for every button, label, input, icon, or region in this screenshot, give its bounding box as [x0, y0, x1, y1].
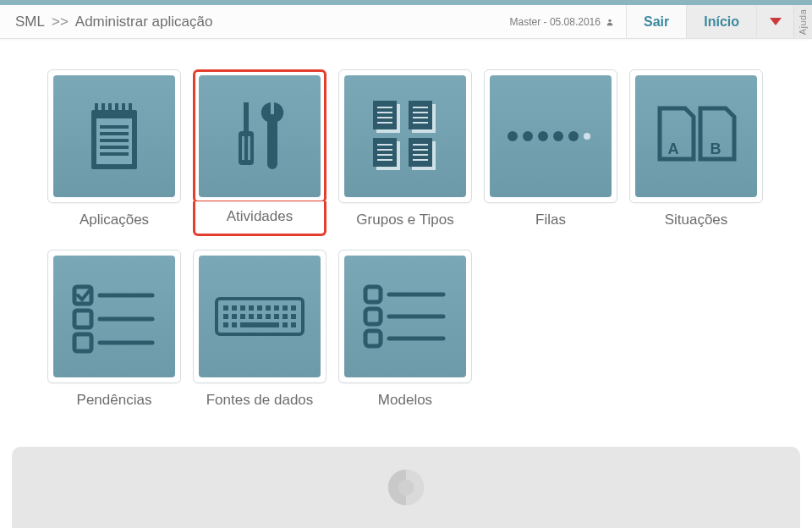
user-info-text: Master - 05.08.2016 [510, 16, 601, 28]
tile-pendencias[interactable]: Pendências [47, 250, 181, 409]
svg-rect-37 [409, 138, 432, 167]
user-info: Master - 05.08.2016 [498, 5, 626, 38]
tile-situacoes[interactable]: A B Situações [629, 69, 763, 238]
tile-grupos-label: Grupos e Tipos [338, 212, 472, 228]
svg-rect-61 [257, 305, 262, 311]
svg-point-42 [508, 131, 518, 141]
svg-rect-58 [232, 305, 237, 311]
svg-point-44 [538, 131, 548, 141]
svg-text:B: B [710, 140, 721, 157]
svg-rect-67 [232, 314, 237, 319]
svg-rect-59 [240, 305, 245, 311]
tile-aplicacoes[interactable]: Aplicações [47, 69, 181, 238]
svg-rect-66 [223, 314, 228, 319]
svg-rect-69 [249, 314, 254, 319]
breadcrumb: SML >> Administrar aplicação [15, 14, 212, 30]
tile-atividades[interactable]: Atividades [193, 69, 326, 238]
breadcrumb-root[interactable]: SML [15, 14, 45, 30]
tile-filas[interactable]: Filas [484, 69, 617, 238]
tile-filas-label: Filas [484, 212, 617, 228]
svg-rect-74 [291, 314, 296, 319]
svg-rect-17 [248, 136, 250, 160]
list-boxes-icon [359, 278, 452, 355]
svg-rect-72 [274, 314, 279, 319]
help-label: Ajuda [798, 8, 809, 35]
tile-pendencias-label: Pendências [47, 392, 181, 409]
content-area: Aplicações Atividades [0, 39, 812, 409]
svg-rect-57 [223, 305, 228, 311]
tile-grupos[interactable]: Grupos e Tipos [338, 69, 472, 238]
svg-rect-8 [95, 103, 98, 113]
svg-rect-82 [365, 309, 381, 324]
svg-point-47 [584, 133, 590, 140]
footer-bar [12, 447, 800, 528]
svg-point-46 [568, 131, 579, 141]
svg-rect-25 [409, 101, 432, 129]
svg-rect-11 [115, 103, 118, 113]
svg-rect-13 [129, 103, 132, 113]
footer-logo-icon [387, 468, 425, 507]
svg-rect-77 [240, 322, 279, 327]
checklist-icon [68, 278, 161, 355]
svg-rect-64 [283, 305, 288, 311]
svg-rect-79 [291, 322, 296, 327]
help-tab[interactable]: Ajuda [793, 5, 812, 38]
svg-rect-68 [240, 314, 245, 319]
header-bar: SML >> Administrar aplicação Master - 05… [0, 5, 812, 39]
svg-rect-76 [232, 322, 237, 327]
logout-button[interactable]: Sair [626, 5, 686, 38]
user-icon [606, 18, 614, 26]
tile-grid: Aplicações Atividades [47, 69, 765, 409]
tile-fontes[interactable]: Fontes de dados [193, 250, 326, 409]
svg-rect-75 [223, 322, 228, 327]
svg-rect-70 [257, 314, 262, 319]
svg-point-43 [523, 131, 533, 141]
tile-atividades-label: Atividades [193, 201, 326, 236]
svg-point-45 [553, 131, 563, 141]
notepad-icon [85, 98, 144, 174]
svg-rect-80 [365, 287, 381, 302]
home-button[interactable]: Início [686, 5, 756, 38]
menu-caret-button[interactable] [756, 5, 793, 38]
svg-rect-84 [365, 331, 381, 346]
svg-rect-16 [242, 136, 244, 160]
tile-modelos-label: Modelos [338, 392, 472, 409]
documents-grid-icon [363, 94, 447, 179]
logout-label: Sair [644, 14, 669, 30]
svg-rect-15 [239, 131, 254, 165]
svg-rect-73 [283, 314, 288, 319]
breadcrumb-separator: >> [52, 14, 69, 30]
svg-rect-12 [122, 103, 125, 113]
svg-text:A: A [668, 140, 679, 157]
svg-rect-63 [274, 305, 279, 311]
svg-rect-71 [266, 314, 271, 319]
caret-down-icon [770, 18, 782, 25]
header-right: Master - 05.08.2016 Sair Início Ajuda [498, 5, 812, 38]
svg-rect-14 [244, 102, 249, 131]
queue-dots-icon [504, 128, 597, 145]
svg-rect-60 [249, 305, 254, 311]
svg-rect-62 [266, 305, 271, 311]
tile-modelos[interactable]: Modelos [338, 250, 472, 409]
tile-situacoes-label: Situações [629, 212, 763, 228]
svg-rect-19 [373, 101, 397, 129]
keyboard-icon [213, 295, 306, 338]
svg-rect-9 [102, 103, 105, 113]
tile-fontes-label: Fontes de dados [193, 392, 326, 409]
svg-point-0 [608, 19, 611, 21]
svg-rect-54 [74, 334, 91, 351]
home-label: Início [704, 14, 739, 30]
ab-pages-icon: A B [650, 98, 743, 174]
svg-rect-65 [291, 305, 296, 311]
breadcrumb-page: Administrar aplicação [75, 14, 213, 30]
svg-rect-78 [283, 322, 288, 327]
tools-icon [222, 94, 298, 179]
tile-aplicacoes-label: Aplicações [47, 212, 181, 228]
svg-rect-10 [108, 103, 112, 113]
svg-rect-31 [373, 138, 397, 167]
svg-rect-52 [74, 311, 91, 327]
